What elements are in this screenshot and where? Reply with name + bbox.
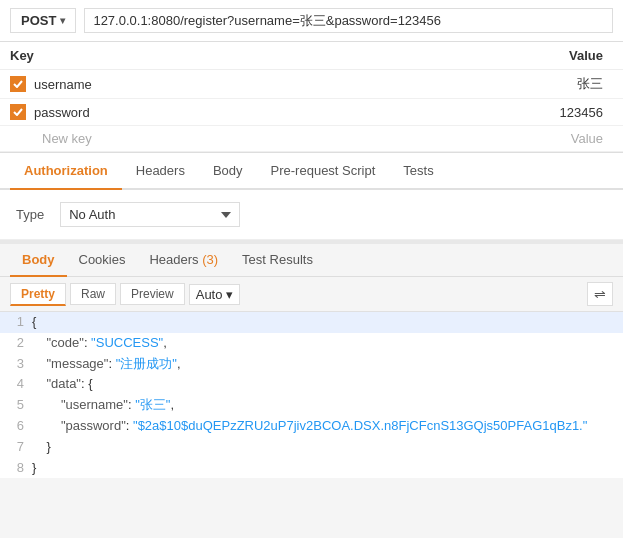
params-table: Key Value username 张三 password 123456 Ne… (0, 42, 623, 153)
format-row: Pretty Raw Preview Auto ▾ ⇌ (0, 277, 623, 312)
auto-label: Auto (196, 287, 223, 302)
line-content-8: } (32, 458, 623, 479)
code-block: 1{2 "code": "SUCCESS",3 "message": "注册成功… (0, 312, 623, 478)
param-value-password: 123456 (493, 105, 613, 120)
line-number-5: 5 (0, 395, 32, 416)
url-bar: POST ▾ (0, 0, 623, 42)
param-row-password: password 123456 (0, 99, 623, 126)
code-line-5: 5 "username": "张三", (0, 395, 623, 416)
headers-badge: (3) (202, 252, 218, 267)
line-number-3: 3 (0, 354, 32, 375)
code-line-4: 4 "data": { (0, 374, 623, 395)
checkbox-password[interactable] (10, 104, 26, 120)
resp-tab-headers[interactable]: Headers (3) (137, 244, 230, 277)
code-line-8: 8} (0, 458, 623, 479)
tab-body[interactable]: Body (199, 153, 257, 190)
type-label: Type (16, 207, 44, 222)
response-tabs: Body Cookies Headers (3) Test Results (0, 240, 623, 277)
auto-select[interactable]: Auto ▾ (189, 284, 241, 305)
url-input[interactable] (84, 8, 613, 33)
auto-chevron-icon: ▾ (226, 287, 233, 302)
format-pretty-button[interactable]: Pretty (10, 283, 66, 306)
code-line-2: 2 "code": "SUCCESS", (0, 333, 623, 354)
line-content-7: } (32, 437, 623, 458)
line-number-1: 1 (0, 312, 32, 333)
param-key-username: username (34, 77, 493, 92)
line-number-7: 7 (0, 437, 32, 458)
method-label: POST (21, 13, 56, 28)
tab-pre-request-script[interactable]: Pre-request Script (257, 153, 390, 190)
line-content-1: { (32, 312, 623, 333)
line-number-8: 8 (0, 458, 32, 479)
format-raw-button[interactable]: Raw (70, 283, 116, 305)
tab-headers[interactable]: Headers (122, 153, 199, 190)
line-content-5: "username": "张三", (32, 395, 623, 416)
line-content-2: "code": "SUCCESS", (32, 333, 623, 354)
col-key-header: Key (10, 48, 493, 63)
code-line-7: 7 } (0, 437, 623, 458)
format-preview-button[interactable]: Preview (120, 283, 185, 305)
line-content-6: "password": "$2a$10$duQEPzZRU2uP7jiv2BCO… (32, 416, 623, 437)
tab-authorization[interactable]: Authorization (10, 153, 122, 190)
code-line-6: 6 "password": "$2a$10$duQEPzZRU2uP7jiv2B… (0, 416, 623, 437)
line-number-2: 2 (0, 333, 32, 354)
tab-tests[interactable]: Tests (389, 153, 447, 190)
resp-tab-body[interactable]: Body (10, 244, 67, 277)
method-chevron-icon: ▾ (60, 15, 65, 26)
resp-tab-cookies[interactable]: Cookies (67, 244, 138, 277)
sort-icon[interactable]: ⇌ (587, 282, 613, 306)
new-value-placeholder[interactable]: Value (493, 131, 613, 146)
code-line-3: 3 "message": "注册成功", (0, 354, 623, 375)
resp-tab-test-results[interactable]: Test Results (230, 244, 325, 277)
param-row-new: New key Value (0, 126, 623, 152)
param-value-username: 张三 (493, 75, 613, 93)
line-number-4: 4 (0, 374, 32, 395)
checkbox-username[interactable] (10, 76, 26, 92)
request-tabs: Authorization Headers Body Pre-request S… (0, 153, 623, 190)
auth-type-row: Type No Auth Bearer Token Basic Auth API… (0, 190, 623, 240)
col-value-header: Value (493, 48, 613, 63)
new-key-placeholder[interactable]: New key (42, 131, 493, 146)
code-line-1: 1{ (0, 312, 623, 333)
line-content-3: "message": "注册成功", (32, 354, 623, 375)
params-header: Key Value (0, 42, 623, 70)
line-content-4: "data": { (32, 374, 623, 395)
param-key-password: password (34, 105, 493, 120)
auth-type-select[interactable]: No Auth Bearer Token Basic Auth API Key (60, 202, 240, 227)
method-button[interactable]: POST ▾ (10, 8, 76, 33)
line-number-6: 6 (0, 416, 32, 437)
param-row-username: username 张三 (0, 70, 623, 99)
